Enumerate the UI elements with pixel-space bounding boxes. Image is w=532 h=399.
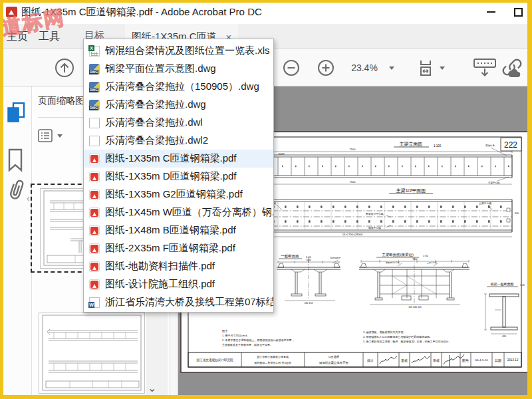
file-list-item-label: 图纸-地勘资料扫描件.pdf (105, 260, 215, 273)
file-list-item[interactable]: 图纸-1X35m G2匝道钢箱梁.pdf (84, 186, 273, 203)
section1-bottom-dims: 240 150 (305, 302, 313, 305)
zoom-level-display[interactable]: 23.4% (346, 49, 383, 86)
maximize-button[interactable] (514, 8, 523, 17)
section3-title: 横梁一般断面图 (491, 282, 514, 287)
file-list-item-label: 图纸-1X35m G2匝道钢箱梁.pdf (105, 188, 243, 201)
section2-title: 主梁断面图(横梁处) (382, 252, 414, 257)
zoom-in-button[interactable] (315, 49, 336, 86)
elevation-scale: 1:100 (434, 144, 442, 148)
pdf-file-icon (89, 172, 100, 182)
zoom-out-button[interactable] (281, 49, 302, 86)
share-upload-button[interactable] (53, 49, 76, 86)
file-list-item-label: 乐清湾叠合梁拖拉.dwl2 (105, 134, 208, 147)
tb-number-value: S6-4-5-10 (475, 358, 488, 362)
tb-drawing-name: 钢混组合梁总体布置图 (319, 360, 348, 364)
file-list-item[interactable]: 图纸-1X35m C匝道钢箱梁.pdf (84, 150, 273, 168)
notes-left-1: 1. 图中尺寸均以cm计。 (222, 334, 250, 337)
file-list-item[interactable]: 图纸-地勘资料扫描件.pdf (84, 257, 273, 275)
collapse-panel-icon[interactable]: ‹ (27, 193, 30, 203)
chevron-down-icon (389, 66, 394, 70)
file-file-icon (89, 118, 100, 128)
notes-left-3: 主梁腹板垂直于桥面布置，横梁水平设置。 (222, 343, 273, 346)
bookmarks-tool[interactable] (6, 148, 25, 176)
thumbnail-2-drawing (39, 313, 144, 393)
file-list-item[interactable]: 乐清湾叠合梁拖拉.dwl2 (84, 132, 273, 150)
file-list-item[interactable]: 图纸-2X35m F匝道钢箱梁.pdf (84, 239, 273, 257)
minimize-button[interactable] (487, 11, 495, 13)
section2-bottom-dims: 125 340 125 (408, 306, 422, 309)
file-list-item-label: 图纸-1X35m D匝道钢箱梁.pdf (105, 170, 237, 183)
tab-home[interactable]: 主页 (7, 24, 28, 49)
zoom-in-icon (317, 59, 335, 77)
pages-icon (6, 101, 26, 125)
section3-bottom-dim: 490 (502, 335, 506, 338)
plan-leader-4: 主梁中心线 (479, 201, 491, 205)
section1-title: 一般断面图 (281, 254, 299, 259)
file-list-item-label: 钢梁平面位置示意图.dwg (105, 63, 216, 75)
file-list-item[interactable]: 乐清湾叠合梁拖拉（150905）.dwg (84, 78, 273, 96)
file-list-item-label: 钢混组合梁情况及图纸位置一览表.xls (105, 45, 270, 57)
title-bar: 图纸-1X35m C匝道钢箱梁.pdf - Adobe Acrobat Pro … (0, 0, 532, 24)
dwg-file-icon (89, 64, 100, 74)
panel-title: 页面缩略图 (38, 95, 84, 107)
file-list-item-label: 图纸-1X48m B匝道钢箱梁.pdf (105, 224, 236, 237)
pdf-file-icon (89, 207, 100, 218)
link-cloud-icon (501, 57, 524, 78)
pdf-file-icon (89, 279, 100, 290)
zoom-level-value: 23.4% (351, 63, 378, 73)
share-link-button[interactable] (500, 49, 525, 86)
zoom-level-caret[interactable] (387, 49, 396, 86)
fit-width-button[interactable] (416, 49, 436, 86)
thumbnail-options-button[interactable] (38, 129, 63, 142)
file-list-item-label: 乐清湾叠合梁拖拉（150905）.dwg (105, 80, 259, 93)
tab-tools[interactable]: 工具 (39, 24, 60, 49)
page-thumbnails-tool[interactable] (6, 101, 26, 128)
tb-check-label: 复核 (401, 358, 408, 363)
file-list-item[interactable]: 浙江省乐清湾大桥及接线工程第07标结. (84, 293, 273, 311)
pdf-file-icon (89, 261, 100, 272)
elevation-top-dim: 7500 (350, 148, 356, 151)
zoom-out-icon (282, 59, 301, 77)
file-list-item[interactable]: 图纸-1X48m B匝道钢箱梁.pdf (84, 221, 273, 239)
file-list-item[interactable]: 图纸-设计院施工组织.pdf (84, 275, 273, 293)
pdf-file-icon (89, 154, 100, 164)
notes-right-4: 4. 桥面铺装8+7.5cm沥青混凝土与钢槽护栏必须整体浇筑。 (363, 335, 432, 338)
section2-top-dim: 9800 (412, 258, 417, 261)
chevron-down-icon (57, 134, 63, 138)
file-list-item[interactable]: 钢混组合梁情况及图纸位置一览表.xls (84, 42, 273, 60)
plan-right-dim: 300 (515, 212, 519, 215)
attachments-tool[interactable] (6, 177, 26, 206)
tb-number-label: 图号 (462, 358, 469, 363)
file-list-item[interactable]: 乐清湾叠合梁拖拉.dwg (84, 96, 273, 114)
file-list-item[interactable]: 乐清湾叠合梁拖拉.dwl (84, 114, 273, 132)
fit-options-caret[interactable] (438, 49, 447, 86)
file-list-item[interactable]: 图纸-1X45m W匝道（万岙分离桥）钢. (84, 203, 273, 221)
notes-left-2: 2. 本桥平面位于缓和曲线上，桥面横坡按设计纵坡渐变布置， (222, 338, 294, 342)
fit-width-icon (418, 59, 435, 77)
scroll-down-icon[interactable]: ⌄ (148, 382, 156, 394)
file-list-item-label: 图纸-设计院施工组织.pdf (105, 278, 215, 291)
elevation-leader-top: 梁顶标高 (485, 144, 495, 147)
file-file-icon (89, 136, 100, 146)
tb-review-label: 审核 (433, 358, 440, 362)
section1-note: 10cm调平层 (330, 257, 340, 259)
fill-sign-button[interactable] (472, 49, 497, 86)
section2-leader-b: 主梁中心线 (427, 261, 437, 264)
frame-border-top (0, 0, 532, 3)
chevron-down-icon (440, 66, 445, 70)
tb-date-value: 2013.12 (507, 358, 519, 362)
paperclip-icon (6, 177, 26, 203)
frame-border-left (0, 0, 3, 399)
thumbnail-page-2[interactable] (39, 313, 145, 394)
tb-institute: 浙江省交通规划设计研究院 (196, 358, 233, 362)
file-list-item-label: 图纸-1X45m W匝道（万岙分离桥）钢. (105, 206, 273, 219)
tb-project-1: 浙江省甬台温高速公路复线 (257, 355, 289, 358)
xls-file-icon (89, 46, 100, 57)
file-list-item-label: 乐清湾叠合梁拖拉.dwl (105, 116, 203, 129)
file-list-item[interactable]: 钢梁平面位置示意图.dwg (84, 60, 273, 78)
bookmark-icon (6, 148, 25, 173)
arrow-up-circle-icon (54, 57, 75, 78)
tb-design-label: 设计 (366, 358, 374, 362)
frame-border-right (527, 0, 532, 399)
file-list-item[interactable]: 图纸-1X35m D匝道钢箱梁.pdf (84, 168, 273, 186)
